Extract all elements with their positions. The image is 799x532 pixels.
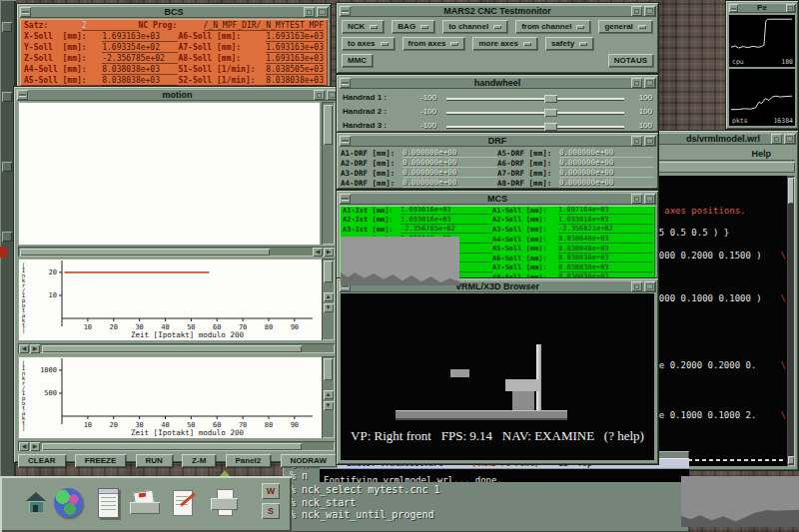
scroll-right-icon[interactable]: ▶ [30, 344, 40, 353]
printer-launcher[interactable] [208, 486, 242, 524]
scroll-up-icon[interactable]: ▲ [324, 390, 334, 399]
maximize-button[interactable] [644, 136, 655, 146]
mars2-button-to-channel[interactable]: to channel [442, 20, 507, 33]
editor-text-area[interactable]: ne axes positions.0.5 0.5 0.5 ) }.5000 0… [651, 176, 795, 466]
workspace-tile-1[interactable]: W [262, 483, 280, 499]
field-value: 0.000000e+00 [559, 148, 654, 158]
scrollbar-thumb[interactable] [20, 249, 270, 256]
handwheel-titlebar[interactable]: handwheel [339, 77, 656, 89]
nodraw-button[interactable]: NODRAW [281, 454, 337, 467]
maximize-button[interactable] [644, 281, 655, 291]
z-m-button[interactable]: Z-M [182, 454, 216, 467]
help-menu[interactable]: Help [751, 149, 771, 159]
run-button[interactable]: RUN [136, 454, 173, 467]
maximize-button[interactable] [784, 134, 795, 144]
minimize-button[interactable] [631, 136, 642, 146]
scrollbar-thumb[interactable] [42, 345, 302, 352]
mars2-button-to-axes[interactable]: to axes [342, 37, 395, 50]
minimize-button[interactable] [631, 78, 642, 88]
hscrollbar-1[interactable]: ◀ ▶ [18, 247, 335, 257]
mars2-button-from-channel[interactable]: from channel [515, 20, 590, 33]
scrollbar-thumb[interactable] [42, 443, 302, 450]
scroll-up-icon[interactable]: ▲ [324, 292, 334, 301]
mars2-button-more-axes[interactable]: more axes [472, 37, 537, 50]
button-label: NOTAUS [614, 56, 647, 65]
editor-scrollbar[interactable] [787, 176, 795, 466]
panel2-button[interactable]: Panel2 [226, 454, 272, 467]
window-menu-icon[interactable] [340, 136, 351, 146]
minimize-button[interactable] [631, 6, 642, 16]
scrollbar-thumb[interactable] [324, 358, 333, 380]
maximize-button[interactable] [644, 194, 655, 204]
mars2-button-safety[interactable]: safety [545, 37, 593, 50]
freeze-button[interactable]: FREEZE [75, 454, 127, 467]
editor-titlebar[interactable]: ds/vrmlmodel.wrl [650, 133, 796, 145]
perf-titlebar[interactable]: Pe [728, 3, 796, 13]
minimize-button[interactable] [631, 194, 642, 204]
mcs-titlebar[interactable]: MCS [339, 193, 656, 205]
bcs-titlebar[interactable]: BCS [19, 6, 329, 18]
field-label: Y-Soll [mm]: [24, 43, 102, 52]
subpanel-arrow-icon[interactable] [220, 470, 230, 476]
minimize-button[interactable] [304, 7, 315, 17]
slider-track[interactable] [446, 98, 624, 100]
slider-track[interactable] [446, 112, 624, 114]
hscrollbar-2[interactable]: ◀ ▶ [18, 343, 335, 353]
window-menu-icon[interactable] [340, 194, 351, 204]
minimize-button[interactable] [771, 134, 782, 144]
drf-titlebar[interactable]: DRF [339, 135, 656, 147]
maximize-button[interactable] [317, 7, 328, 17]
minimize-button[interactable] [314, 90, 325, 100]
mars2-button-nck[interactable]: NCK [342, 20, 384, 33]
scrollbar-thumb[interactable] [324, 105, 333, 145]
mail-launcher[interactable] [128, 486, 162, 524]
scroll-down-icon[interactable]: ▼ [324, 303, 334, 312]
mmc-button[interactable]: MMC [342, 54, 373, 67]
workspace-tile-2[interactable]: S [262, 503, 280, 519]
slider-track[interactable] [446, 126, 624, 128]
maximize-button[interactable] [644, 78, 655, 88]
scroll-right-icon[interactable]: ▶ [324, 248, 334, 257]
scroll-left-icon[interactable]: ◀ [313, 248, 323, 257]
frame-handle[interactable] [2, 92, 12, 102]
notaus-button[interactable]: NOTAUS [608, 54, 653, 67]
window-menu-icon[interactable] [340, 78, 351, 88]
slider-thumb[interactable] [544, 109, 557, 117]
maximize-button[interactable] [786, 4, 795, 12]
scrollbar-grip[interactable] [788, 456, 794, 464]
window-menu-icon[interactable] [20, 7, 31, 17]
window-menu-icon[interactable] [729, 4, 738, 12]
scrollbar-thumb[interactable] [788, 178, 794, 204]
scroll-right-icon[interactable]: ▶ [30, 442, 40, 451]
frame-handle[interactable] [2, 232, 12, 242]
mars2-button-general[interactable]: general [598, 20, 651, 33]
scroll-left-icon[interactable]: ◀ [19, 442, 29, 451]
frame-handle[interactable] [2, 162, 12, 172]
motion-vscrollbar[interactable] [322, 102, 335, 245]
mars2-titlebar[interactable]: MARS2 CNC Testmonitor [339, 5, 656, 17]
slider-thumb[interactable] [544, 95, 557, 103]
motion-titlebar[interactable]: motion [16, 89, 339, 101]
plot-vscrollbar[interactable]: ▲ ▼ [322, 259, 335, 340]
scrollbar-thumb[interactable] [324, 261, 333, 282]
scroll-down-icon[interactable]: ▼ [324, 401, 334, 410]
minimize-button[interactable] [631, 281, 642, 291]
calendar-launcher[interactable] [92, 486, 126, 524]
hscrollbar-3[interactable]: ◀ ▶ [18, 441, 335, 451]
vrml-viewport[interactable]: VP: Right front FPS: 9.14 NAV: EXAMINE (… [341, 293, 654, 460]
file-manager-launcher[interactable] [20, 486, 54, 524]
frame-handle[interactable] [2, 22, 12, 32]
scroll-left-icon[interactable]: ◀ [19, 344, 29, 353]
field-value: 1.693016e+03 [400, 216, 492, 225]
mars2-button-from-axes[interactable]: from axes [402, 37, 465, 50]
window-menu-icon[interactable] [340, 6, 351, 16]
clear-button[interactable]: CLEAR [18, 454, 66, 467]
mars2-button-bag[interactable]: BAG [392, 20, 434, 33]
text-note-launcher[interactable] [168, 486, 202, 524]
web-browser-launcher[interactable] [52, 486, 86, 524]
window-menu-icon[interactable] [17, 90, 28, 100]
slider-thumb[interactable] [544, 123, 557, 131]
option-indicator-icon [579, 42, 587, 46]
maximize-button[interactable] [644, 6, 655, 16]
plot-vscrollbar[interactable]: ▲ ▼ [322, 356, 335, 438]
